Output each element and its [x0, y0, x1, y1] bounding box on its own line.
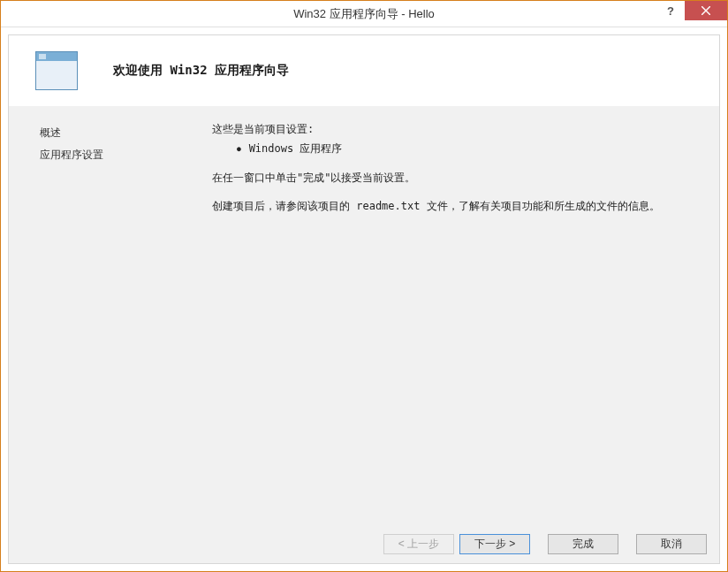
content-inner: 欢迎使用 Win32 应用程序向导 概述 应用程序设置 这些是当前项目设置: W…: [8, 34, 720, 564]
readme-text: 创建项目后，请参阅该项目的 readme.txt 文件，了解有关项目功能和所生成…: [212, 197, 693, 215]
settings-intro: 这些是当前项目设置:: [212, 120, 693, 138]
list-item: Windows 应用程序: [237, 140, 693, 157]
button-bar: < 上一步 下一步 > 完成 取消: [9, 524, 719, 563]
sidebar-item-overview[interactable]: 概述: [40, 122, 203, 144]
finish-button[interactable]: 完成: [548, 534, 618, 554]
help-button[interactable]: ?: [656, 1, 685, 20]
cancel-button[interactable]: 取消: [636, 534, 707, 554]
next-button[interactable]: 下一步 >: [459, 534, 530, 554]
header-section: 欢迎使用 Win32 应用程序向导: [9, 35, 719, 106]
settings-list: Windows 应用程序: [212, 140, 693, 157]
instruction-text: 在任一窗口中单击"完成"以接受当前设置。: [212, 169, 693, 187]
wizard-window-icon: [35, 51, 78, 90]
window-title: Win32 应用程序向导 - Hello: [1, 6, 727, 22]
titlebar-buttons: ?: [656, 1, 727, 27]
page-title: 欢迎使用 Win32 应用程序向导: [113, 63, 289, 79]
sidebar: 概述 应用程序设置: [9, 106, 203, 524]
close-icon: [701, 6, 710, 15]
wizard-window: Win32 应用程序向导 - Hello ? 欢迎使用 Win32 应用程序向导…: [0, 0, 728, 572]
titlebar: Win32 应用程序向导 - Hello ?: [1, 1, 727, 27]
close-button[interactable]: [685, 1, 727, 20]
content-outer: 欢迎使用 Win32 应用程序向导 概述 应用程序设置 这些是当前项目设置: W…: [1, 27, 727, 571]
main-content: 这些是当前项目设置: Windows 应用程序 在任一窗口中单击"完成"以接受当…: [203, 106, 719, 524]
body-section: 概述 应用程序设置 这些是当前项目设置: Windows 应用程序 在任一窗口中…: [9, 106, 719, 524]
sidebar-item-app-settings[interactable]: 应用程序设置: [40, 144, 203, 166]
prev-button: < 上一步: [383, 534, 454, 554]
